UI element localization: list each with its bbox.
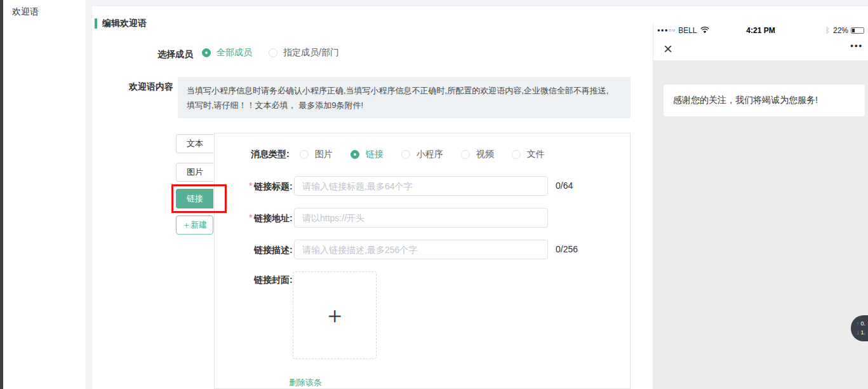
battery-icon bbox=[851, 27, 864, 34]
section-accent-bar bbox=[95, 18, 97, 29]
add-new-attachment-button[interactable]: ＋新建 bbox=[176, 215, 213, 235]
plus-icon: ＋ bbox=[323, 304, 346, 327]
screen: 欢迎语 编辑欢迎语 选择成员 全部成员 指定成员/部门 欢迎语内容 当填写小程序… bbox=[0, 0, 868, 389]
link-url-input[interactable] bbox=[294, 208, 548, 228]
carrier-name: BELL bbox=[678, 26, 697, 35]
radio-specified-members-label[interactable]: 指定成员/部门 bbox=[283, 47, 339, 58]
upload-speed: 0. bbox=[861, 320, 866, 327]
phone-status-bar: ●●●○○ BELL 4:21 PM ᛒ 22% bbox=[653, 22, 868, 38]
msgtype-option-image[interactable]: 图片 bbox=[300, 149, 333, 160]
bluetooth-icon: ᛒ bbox=[825, 26, 830, 35]
download-arrow-icon: ↓ bbox=[857, 329, 860, 336]
required-mark-link-url: * bbox=[249, 212, 252, 222]
link-title-label: 链接标题: bbox=[254, 181, 293, 193]
chat-background: 感谢您的关注，我们将竭诚为您服务! bbox=[653, 60, 868, 389]
message-type-label: 消息类型: bbox=[251, 149, 290, 160]
welcome-content-label: 欢迎语内容 bbox=[129, 81, 173, 93]
member-radio-group: 全部成员 指定成员/部门 bbox=[202, 47, 339, 58]
link-desc-label: 链接描述: bbox=[254, 245, 293, 256]
link-desc-counter: 0/256 bbox=[556, 244, 578, 254]
tab-text[interactable]: 文本 bbox=[176, 134, 213, 153]
member-select-label: 选择成员 bbox=[157, 49, 193, 60]
link-title-counter: 0/64 bbox=[556, 181, 573, 191]
upload-arrow-icon: ↑ bbox=[857, 320, 860, 327]
attachment-form-panel bbox=[214, 133, 631, 389]
link-url-label: 链接地址: bbox=[254, 213, 293, 224]
section-header: 编辑欢迎语 bbox=[95, 18, 147, 29]
radio-all-members[interactable] bbox=[202, 48, 211, 57]
battery-percent: 22% bbox=[833, 26, 848, 35]
link-desc-input[interactable] bbox=[294, 240, 548, 259]
more-options-icon[interactable]: ••• bbox=[850, 41, 863, 50]
status-bar-time: 4:21 PM bbox=[746, 26, 775, 35]
radio-msgtype-miniprogram[interactable] bbox=[401, 150, 410, 159]
signal-strength-icon: ●●●○○ bbox=[657, 27, 676, 33]
delete-entry-link[interactable]: 删除该条 bbox=[289, 377, 322, 388]
required-mark-link-title: * bbox=[249, 181, 252, 191]
tab-image[interactable]: 图片 bbox=[176, 163, 213, 182]
welcome-message-bubble: 感谢您的关注，我们将竭诚为您服务! bbox=[664, 85, 865, 116]
radio-all-members-label[interactable]: 全部成员 bbox=[217, 47, 252, 58]
msgtype-option-link[interactable]: 链接 bbox=[351, 149, 384, 160]
sidebar-item-welcome-message[interactable]: 欢迎语 bbox=[3, 0, 86, 24]
sidebar: 欢迎语 bbox=[3, 0, 86, 389]
msgtype-option-miniprogram[interactable]: 小程序 bbox=[401, 149, 443, 160]
notice-line-2: 填写时,请仔细！！文本必填， 最多添加9条附件! bbox=[187, 98, 622, 113]
wifi-icon bbox=[700, 27, 709, 34]
link-title-input[interactable] bbox=[294, 176, 548, 196]
close-icon[interactable]: × bbox=[664, 39, 672, 58]
msgtype-option-file[interactable]: 文件 bbox=[512, 149, 545, 160]
radio-specified-members[interactable] bbox=[269, 48, 277, 57]
radio-msgtype-image[interactable] bbox=[300, 150, 309, 159]
cover-upload-box[interactable]: ＋ bbox=[293, 271, 377, 359]
link-cover-label: 链接封面: bbox=[254, 275, 293, 286]
phone-nav-bar: × ••• bbox=[653, 38, 868, 60]
notice-box: 当填写小程序信息时请务必确认小程序正确,当填写小程序信息不正确时,所配置的欢迎语… bbox=[178, 77, 631, 118]
radio-msgtype-file[interactable] bbox=[512, 150, 521, 159]
download-speed: 1. bbox=[861, 329, 866, 336]
msgtype-option-video[interactable]: 视频 bbox=[461, 149, 494, 160]
page-title: 编辑欢迎语 bbox=[102, 18, 147, 29]
radio-msgtype-video[interactable] bbox=[461, 150, 470, 159]
tab-link[interactable]: 链接 bbox=[176, 189, 213, 208]
notice-line-1: 当填写小程序信息时请务必确认小程序正确,当填写小程序信息不正确时,所配置的欢迎语… bbox=[187, 83, 622, 98]
message-type-row: 消息类型: 图片 链接 小程序 视频 文件 bbox=[251, 149, 563, 160]
phone-preview: ●●●○○ BELL 4:21 PM ᛒ 22% × ••• bbox=[653, 22, 868, 389]
radio-msgtype-link[interactable] bbox=[351, 150, 359, 159]
